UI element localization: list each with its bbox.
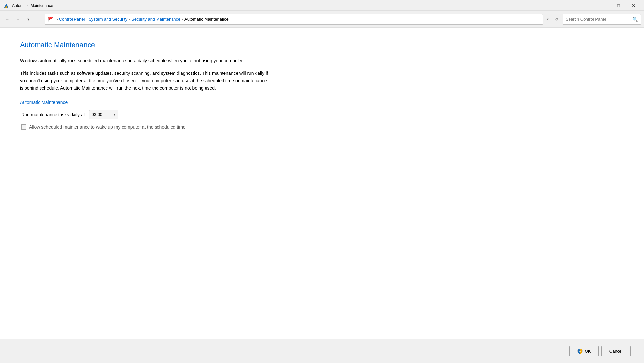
search-input[interactable] xyxy=(566,17,632,22)
up-button[interactable]: ↑ xyxy=(34,15,43,24)
minimize-button[interactable]: ─ xyxy=(596,0,611,11)
breadcrumb-system-security[interactable]: System and Security xyxy=(89,17,127,22)
section-title: Automatic Maintenance xyxy=(20,100,68,105)
shield-icon xyxy=(577,348,583,354)
breadcrumb-separator-0: › xyxy=(57,17,58,21)
breadcrumb-control-panel[interactable]: Control Panel xyxy=(59,17,85,22)
maximize-button[interactable]: □ xyxy=(611,0,626,11)
description-paragraph-2: This includes tasks such as software upd… xyxy=(20,70,268,91)
chevron-down-icon: ▾ xyxy=(547,17,549,21)
cancel-label: Cancel xyxy=(609,349,622,354)
run-tasks-label: Run maintenance tasks daily at xyxy=(21,112,85,117)
search-button[interactable]: 🔍 xyxy=(632,16,638,23)
breadcrumb-dropdown-button[interactable]: ▾ xyxy=(544,15,551,24)
flag-icon: 🚩 xyxy=(48,17,53,22)
breadcrumb-sep-2: › xyxy=(129,17,130,21)
search-box: 🔍 xyxy=(563,14,641,25)
refresh-icon: ↻ xyxy=(555,17,558,22)
automatic-maintenance-section: Automatic Maintenance Run maintenance ta… xyxy=(20,100,268,130)
breadcrumb-sep-1: › xyxy=(86,17,87,21)
time-dropdown[interactable]: 03:00 ▾ xyxy=(89,110,118,119)
breadcrumb-bar: 🚩 › Control Panel › System and Security … xyxy=(45,14,543,25)
section-divider xyxy=(72,102,268,102)
ok-button[interactable]: OK xyxy=(569,346,599,356)
search-icon: 🔍 xyxy=(632,17,638,22)
breadcrumb-sep-3: › xyxy=(182,17,183,21)
forward-button[interactable]: → xyxy=(13,15,23,24)
forward-icon: → xyxy=(16,17,20,22)
description-paragraph-1: Windows automatically runs scheduled mai… xyxy=(20,57,268,64)
footer: OK Cancel xyxy=(0,339,644,363)
close-button[interactable]: ✕ xyxy=(626,0,641,11)
dropdown-arrow-icon: ▾ xyxy=(114,113,115,116)
page-title: Automatic Maintenance xyxy=(20,41,624,49)
back-button[interactable]: ← xyxy=(3,15,12,24)
recent-locations-button[interactable]: ▾ xyxy=(24,15,33,24)
titlebar-controls: ─ □ ✕ xyxy=(596,0,641,11)
window-icon xyxy=(3,2,9,9)
svg-point-2 xyxy=(579,351,581,352)
checkbox-row: Allow scheduled maintenance to wake up m… xyxy=(20,124,268,130)
titlebar: Automatic Maintenance ─ □ ✕ xyxy=(0,0,644,11)
window-title: Automatic Maintenance xyxy=(12,3,596,8)
navbar: ← → ▾ ↑ 🚩 › Control Panel › System and S… xyxy=(0,11,644,28)
wake-computer-checkbox[interactable] xyxy=(21,124,26,130)
refresh-button[interactable]: ↻ xyxy=(552,15,561,24)
time-value: 03:00 xyxy=(92,112,103,117)
maintenance-time-row: Run maintenance tasks daily at 03:00 ▾ xyxy=(20,110,268,119)
main-content: Automatic Maintenance Windows automatica… xyxy=(0,28,644,339)
window: Automatic Maintenance ─ □ ✕ ← → ▾ ↑ 🚩 › … xyxy=(0,0,644,363)
section-header: Automatic Maintenance xyxy=(20,100,268,105)
cancel-button[interactable]: Cancel xyxy=(601,346,631,356)
ok-label: OK xyxy=(585,349,591,354)
dropdown-icon: ▾ xyxy=(27,17,29,22)
back-icon: ← xyxy=(6,17,9,22)
up-icon: ↑ xyxy=(38,17,40,22)
checkbox-label: Allow scheduled maintenance to wake up m… xyxy=(29,124,186,130)
breadcrumb-security-maintenance[interactable]: Security and Maintenance xyxy=(131,17,180,22)
breadcrumb-current: Automatic Maintenance xyxy=(184,17,229,22)
